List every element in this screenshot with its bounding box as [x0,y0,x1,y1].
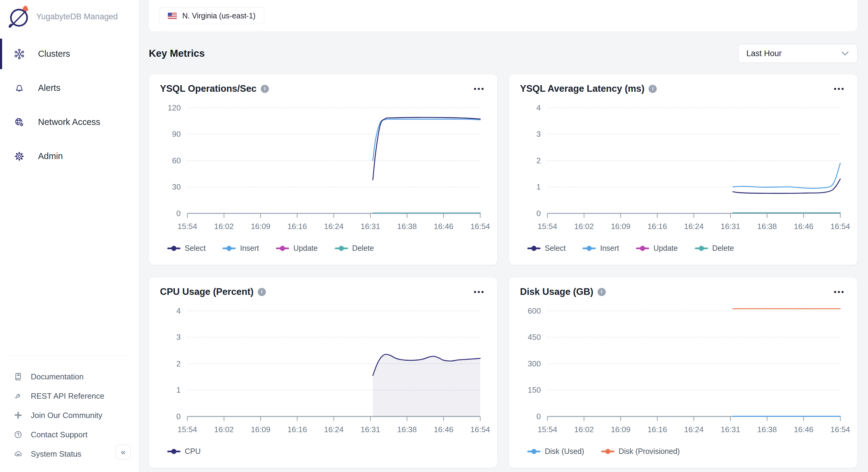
svg-text:0: 0 [536,412,540,421]
chart-card-cpu-usage: CPU Usage (Percent) i ••• 0123415:5416:0… [149,277,497,468]
svg-text:90: 90 [172,129,181,138]
chart-legend: Disk (Used)Disk (Provisioned) [527,447,680,456]
svg-text:16:02: 16:02 [214,222,234,231]
sidebar-item-contact-support[interactable]: Contact Support [0,425,139,444]
svg-text:16:24: 16:24 [324,425,343,434]
sidebar-item-network-access[interactable]: Network Access [0,105,139,139]
legend-item-update[interactable]: Update [636,244,678,253]
svg-text:15:54: 15:54 [178,425,197,434]
footer-item-label: REST API Reference [31,391,104,401]
sidebar-item-label: Alerts [38,83,60,93]
legend-item-insert[interactable]: Insert [222,244,259,253]
sidebar-divider [8,355,130,356]
legend-item-select[interactable]: Select [527,244,566,253]
legend-item-update[interactable]: Update [276,244,318,253]
legend-marker-icon [583,245,596,251]
info-icon[interactable]: i [261,85,269,93]
svg-text:0: 0 [536,209,540,218]
key-metrics-heading: Key Metrics [149,48,205,59]
svg-text:16:38: 16:38 [757,425,777,434]
info-icon[interactable]: i [258,288,266,296]
globe-gear-icon [11,117,28,127]
region-selector-chip[interactable]: N. Virginia (us-east-1) [159,7,265,24]
svg-text:600: 600 [528,306,541,315]
legend-item-disk-provisioned[interactable]: Disk (Provisioned) [601,447,680,456]
time-range-value: Last Hour [746,49,782,58]
legend-item-delete[interactable]: Delete [335,244,374,253]
svg-text:4: 4 [176,306,181,315]
legend-label: Delete [352,244,374,253]
svg-text:0: 0 [176,209,181,218]
svg-text:4: 4 [536,103,540,112]
footer-item-label: System Status [31,449,82,459]
svg-text:2: 2 [176,359,181,368]
info-icon[interactable]: i [597,288,606,296]
chart-card-header: CPU Usage (Percent) i ••• [149,277,497,297]
sidebar-item-label: Admin [38,151,63,161]
legend-label: Update [653,244,678,253]
metrics-header: Key Metrics Last Hour [149,44,858,63]
legend-label: Update [293,244,318,253]
legend-item-disk-used[interactable]: Disk (Used) [527,447,584,456]
ellipsis-menu-icon[interactable]: ••• [834,288,845,295]
footer-item-label: Documentation [31,372,84,381]
time-range-select[interactable]: Last Hour [738,44,858,63]
sidebar-collapse-button[interactable]: « [116,444,131,460]
question-circle-icon [13,430,23,439]
clusters-icon [11,49,28,59]
sidebar-nav: Clusters Alerts [0,37,139,173]
svg-text:16:31: 16:31 [361,425,380,434]
ellipsis-menu-icon[interactable]: ••• [834,85,845,92]
bell-icon [11,83,28,93]
svg-text:16:38: 16:38 [397,222,417,231]
chart-title: YSQL Average Latency (ms) [520,83,644,94]
svg-text:30: 30 [172,182,181,191]
legend-marker-icon [527,448,540,454]
ellipsis-menu-icon[interactable]: ••• [474,85,485,92]
legend-marker-icon [601,448,615,454]
legend-label: Select [545,244,566,253]
svg-text:2: 2 [536,156,540,165]
svg-text:16:46: 16:46 [434,425,453,434]
sidebar-item-join-our-community[interactable]: Join Our Community [0,406,139,425]
svg-text:16:16: 16:16 [287,425,307,434]
legend-item-insert[interactable]: Insert [583,244,619,253]
svg-text:16:09: 16:09 [611,425,630,434]
svg-text:0: 0 [176,412,181,421]
yugabyte-logo-icon [6,4,32,30]
legend-item-delete[interactable]: Delete [695,244,734,253]
ellipsis-menu-icon[interactable]: ••• [474,288,485,295]
svg-text:16:24: 16:24 [324,222,343,231]
app-title: YugabyteDB Managed [36,12,118,22]
svg-text:300: 300 [528,359,541,368]
legend-item-cpu[interactable]: CPU [167,447,201,456]
legend-marker-icon [276,245,289,251]
svg-text:16:54: 16:54 [831,425,850,434]
svg-text:16:31: 16:31 [721,425,740,434]
sidebar-item-clusters[interactable]: Clusters [0,37,139,71]
svg-text:16:09: 16:09 [611,222,630,231]
svg-text:16:54: 16:54 [470,425,490,434]
legend-label: Disk (Provisioned) [619,447,680,456]
legend-marker-icon [167,448,181,454]
sidebar-item-documentation[interactable]: Documentation [0,367,139,386]
sidebar-item-admin[interactable]: Admin [0,139,139,173]
info-icon[interactable]: i [649,85,657,93]
sidebar-item-alerts[interactable]: Alerts [0,71,139,105]
svg-text:1: 1 [176,385,181,395]
legend-label: Delete [712,244,734,253]
plug-icon [13,391,23,401]
charts-grid: YSQL Operations/Sec i ••• 030609012015:5… [149,74,858,468]
collapse-chevrons-icon: « [121,447,126,457]
svg-text:16:46: 16:46 [794,222,813,231]
chart-card-header: YSQL Operations/Sec i ••• [149,74,497,94]
legend-label: Insert [600,244,619,253]
legend-label: Disk (Used) [545,447,584,456]
sidebar-item-rest-api-reference[interactable]: REST API Reference [0,386,139,406]
svg-text:120: 120 [168,103,181,112]
ysql-operations-plot: 030609012015:5416:0216:0916:1616:2416:31… [149,101,497,235]
main-content: N. Virginia (us-east-1) Key Metrics Last… [139,0,868,472]
legend-item-select[interactable]: Select [167,244,206,253]
sidebar-item-label: Clusters [38,49,70,59]
chart-title: Disk Usage (GB) [520,286,593,297]
